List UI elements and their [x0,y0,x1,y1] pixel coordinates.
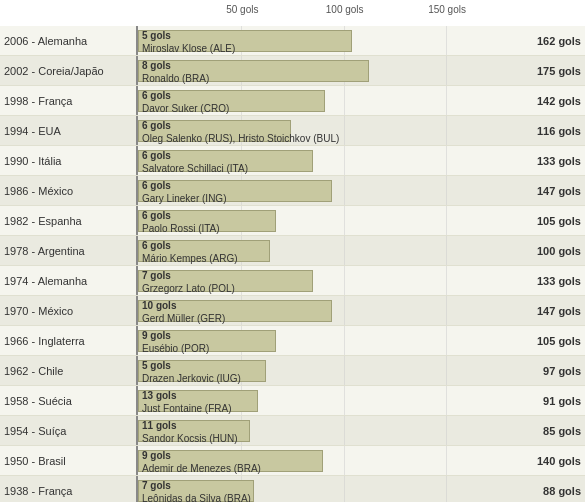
bar-info: 6 gols Mário Kempes (ARG) [142,239,238,265]
table-row: 1962 - Chile 5 gols Drazen Jerkovic (IUG… [0,356,585,386]
top-scorer-goals: 10 gols [142,300,176,311]
table-row: 1966 - Inglaterra 9 gols Eusébio (POR) 1… [0,326,585,356]
top-scorer-name: Mário Kempes (ARG) [142,253,238,264]
bar-area: 6 gols Gary Lineker (ING) 147 gols [138,176,585,205]
year-label: 1990 - Itália [0,146,138,175]
total-goals: 175 gols [537,65,581,77]
table-row: 2002 - Coreia/Japão 8 gols Ronaldo (BRA)… [0,56,585,86]
top-scorer-goals: 6 gols [142,120,171,131]
bar-area: 6 gols Paolo Rossi (ITA) 105 gols [138,206,585,235]
top-scorer-name: Miroslav Klose (ALE) [142,43,235,54]
chart-header: 50 gols 100 gols 150 gols [140,4,585,22]
year-label: 1938 - França [0,476,138,502]
total-goals: 105 gols [537,335,581,347]
bar-area: 6 gols Mário Kempes (ARG) 100 gols [138,236,585,265]
total-goals: 105 gols [537,215,581,227]
top-scorer-goals: 6 gols [142,210,171,221]
bar-info: 8 gols Ronaldo (BRA) [142,59,209,85]
table-row: 1990 - Itália 6 gols Salvatore Schillaci… [0,146,585,176]
bar-area: 6 gols Salvatore Schillaci (ITA) 133 gol… [138,146,585,175]
top-scorer-name: Drazen Jerkovic (IUG) [142,373,241,384]
total-goals: 140 gols [537,455,581,467]
bar-area: 7 gols Grzegorz Lato (POL) 133 gols [138,266,585,295]
top-scorer-goals: 9 gols [142,450,171,461]
top-scorer-goals: 5 gols [142,360,171,371]
scale-label-100: 100 gols [326,4,364,15]
bar-info: 5 gols Drazen Jerkovic (IUG) [142,359,241,385]
top-scorer-goals: 6 gols [142,90,171,101]
bar-info: 13 gols Just Fontaine (FRA) [142,389,231,415]
top-scorer-goals: 6 gols [142,240,171,251]
year-label: 1978 - Argentina [0,236,138,265]
bar-info: 6 gols Davor Suker (CRO) [142,89,229,115]
bar-area: 8 gols Ronaldo (BRA) 175 gols [138,56,585,85]
table-row: 1950 - Brasil 9 gols Ademir de Menezes (… [0,446,585,476]
top-scorer-name: Grzegorz Lato (POL) [142,283,235,294]
table-row: 1994 - EUA 6 gols Oleg Salenko (RUS), Hr… [0,116,585,146]
table-row: 1958 - Suécia 13 gols Just Fontaine (FRA… [0,386,585,416]
total-goals: 116 gols [537,125,581,137]
total-goals: 142 gols [537,95,581,107]
year-label: 1966 - Inglaterra [0,326,138,355]
top-scorer-name: Gerd Müller (GER) [142,313,225,324]
chart-container: 50 gols 100 gols 150 gols 2006 - Alemanh… [0,0,585,502]
table-row: 1998 - França 6 gols Davor Suker (CRO) 1… [0,86,585,116]
table-row: 1986 - México 6 gols Gary Lineker (ING) … [0,176,585,206]
bar-area: 5 gols Drazen Jerkovic (IUG) 97 gols [138,356,585,385]
bar-area: 9 gols Ademir de Menezes (BRA) 140 gols [138,446,585,475]
bar-info: 9 gols Ademir de Menezes (BRA) [142,449,261,475]
total-goals: 91 gols [543,395,581,407]
bar-area: 13 gols Just Fontaine (FRA) 91 gols [138,386,585,415]
table-row: 1974 - Alemanha 7 gols Grzegorz Lato (PO… [0,266,585,296]
total-goals: 97 gols [543,365,581,377]
total-goals: 100 gols [537,245,581,257]
top-scorer-name: Salvatore Schillaci (ITA) [142,163,248,174]
year-label: 1994 - EUA [0,116,138,145]
bar-info: 10 gols Gerd Müller (GER) [142,299,225,325]
total-goals: 133 gols [537,275,581,287]
year-label: 1954 - Suíça [0,416,138,445]
year-label: 1958 - Suécia [0,386,138,415]
year-label: 1986 - México [0,176,138,205]
bar-area: 9 gols Eusébio (POR) 105 gols [138,326,585,355]
year-label: 1970 - México [0,296,138,325]
top-scorer-name: Just Fontaine (FRA) [142,403,231,414]
bar-area: 6 gols Davor Suker (CRO) 142 gols [138,86,585,115]
top-scorer-goals: 8 gols [142,60,171,71]
bar-area: 11 gols Sandor Kocsis (HUN) 85 gols [138,416,585,445]
bar-info: 6 gols Gary Lineker (ING) [142,179,226,205]
bar-info: 7 gols Grzegorz Lato (POL) [142,269,235,295]
top-scorer-name: Leônidas da Silva (BRA) [142,493,251,502]
top-scorer-name: Gary Lineker (ING) [142,193,226,204]
total-goals: 162 gols [537,35,581,47]
top-scorer-goals: 6 gols [142,150,171,161]
table-row: 1954 - Suíça 11 gols Sandor Kocsis (HUN)… [0,416,585,446]
top-scorer-goals: 5 gols [142,30,171,41]
year-label: 1982 - Espanha [0,206,138,235]
top-scorer-goals: 13 gols [142,390,176,401]
scale-label-50: 50 gols [226,4,258,15]
top-scorer-name: Eusébio (POR) [142,343,209,354]
bar-area: 7 gols Leônidas da Silva (BRA) 88 gols [138,476,585,502]
bar-area: 5 gols Miroslav Klose (ALE) 162 gols [138,26,585,55]
top-scorer-goals: 9 gols [142,330,171,341]
year-label: 1962 - Chile [0,356,138,385]
top-scorer-name: Oleg Salenko (RUS), Hristo Stoichkov (BU… [142,133,339,144]
year-label: 1950 - Brasil [0,446,138,475]
bar-info: 6 gols Salvatore Schillaci (ITA) [142,149,248,175]
bar-area: 10 gols Gerd Müller (GER) 147 gols [138,296,585,325]
table-row: 1970 - México 10 gols Gerd Müller (GER) … [0,296,585,326]
top-scorer-goals: 7 gols [142,270,171,281]
bar-info: 11 gols Sandor Kocsis (HUN) [142,419,238,445]
bar-area: 6 gols Oleg Salenko (RUS), Hristo Stoich… [138,116,585,145]
top-scorer-name: Ademir de Menezes (BRA) [142,463,261,474]
year-label: 2006 - Alemanha [0,26,138,55]
table-row: 2006 - Alemanha 5 gols Miroslav Klose (A… [0,26,585,56]
top-scorer-name: Sandor Kocsis (HUN) [142,433,238,444]
bar-info: 7 gols Leônidas da Silva (BRA) [142,479,251,502]
bar-info: 6 gols Oleg Salenko (RUS), Hristo Stoich… [142,119,339,145]
top-scorer-goals: 6 gols [142,180,171,191]
year-label: 1998 - França [0,86,138,115]
rows-container: 2006 - Alemanha 5 gols Miroslav Klose (A… [0,26,585,502]
total-goals: 85 gols [543,425,581,437]
